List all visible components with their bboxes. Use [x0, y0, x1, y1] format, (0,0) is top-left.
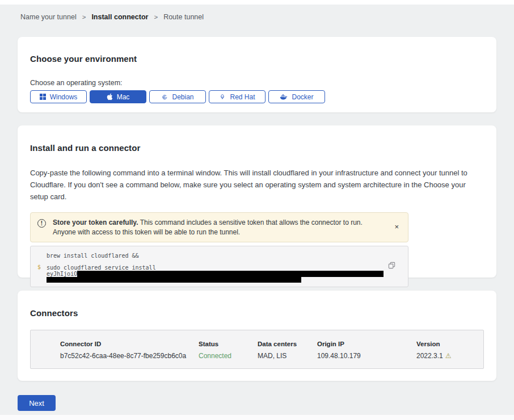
os-button-label: Debian: [172, 93, 193, 101]
install-connector-card: Install and run a connector Copy-paste t…: [18, 125, 496, 278]
docker-icon: [280, 94, 288, 100]
connectors-title: Connectors: [30, 308, 484, 318]
header-status: Status: [199, 341, 258, 347]
os-button-group: Windows Mac Debian: [30, 90, 484, 103]
connectors-card: Connectors Connector ID Status Data cent…: [18, 291, 496, 381]
next-button[interactable]: Next: [18, 395, 56, 411]
os-button-label: Mac: [117, 93, 130, 101]
version-value: 2022.3.1⚠: [416, 352, 478, 360]
token-prefix: eyJhIjoiO: [47, 271, 77, 277]
top-whitespace-strip: [0, 0, 514, 5]
terminal-line-2: sudo cloudflared service install: [47, 264, 385, 271]
os-button-label: Red Hat: [230, 93, 255, 101]
alert-circle-icon: !: [37, 219, 46, 228]
origin-ip-value: 109.48.10.179: [317, 352, 416, 360]
os-select-label: Choose an operating system:: [30, 79, 484, 87]
breadcrumb-separator-icon: >: [82, 14, 86, 20]
windows-icon: [40, 94, 46, 100]
connector-id-value: b7c52c42-6caa-48ee-8c77-fbe259cb6c0a: [60, 352, 199, 360]
redhat-icon: [219, 94, 226, 100]
copy-icon[interactable]: [387, 262, 396, 271]
data-centers-value: MAD, LIS: [258, 352, 317, 360]
token-warning-bold: Store your token carefully.: [53, 219, 138, 226]
header-origin-ip: Origin IP: [317, 341, 416, 347]
header-data-centers: Data centers: [258, 341, 317, 347]
bottom-whitespace-strip: [0, 415, 514, 420]
connectors-table: Connector ID Status Data centers Origin …: [30, 330, 484, 369]
token-warning-text: Store your token carefully. This command…: [53, 218, 392, 237]
terminal-prompt: $: [37, 264, 41, 270]
header-version: Version: [416, 341, 478, 347]
token-redaction-bar: [77, 271, 384, 277]
os-button-docker[interactable]: Docker: [268, 90, 325, 103]
breadcrumb-name-your-tunnel[interactable]: Name your tunnel: [20, 13, 77, 21]
header-connector-id: Connector ID: [60, 341, 199, 347]
table-row: b7c52c42-6caa-48ee-8c77-fbe259cb6c0a Con…: [60, 352, 478, 360]
token-redaction-bar: [47, 277, 301, 283]
apple-icon: [107, 93, 113, 100]
os-button-windows[interactable]: Windows: [30, 90, 87, 103]
os-button-redhat[interactable]: Red Hat: [209, 90, 266, 103]
os-button-mac[interactable]: Mac: [90, 90, 146, 103]
version-number: 2022.3.1: [416, 352, 443, 360]
breadcrumb-install-connector[interactable]: Install connector: [91, 13, 148, 21]
page-container: Name your tunnel > Install connector > R…: [0, 5, 514, 411]
banner-close-icon[interactable]: ×: [392, 222, 401, 232]
terminal-command-block: $ brew install cloudflared && sudo cloud…: [30, 246, 408, 287]
breadcrumb: Name your tunnel > Install connector > R…: [20, 13, 496, 21]
os-button-label: Windows: [50, 93, 78, 101]
choose-environment-card: Choose your environment Choose an operat…: [18, 37, 496, 112]
breadcrumb-route-tunnel[interactable]: Route tunnel: [163, 13, 204, 21]
token-warning-banner: ! Store your token carefully. This comma…: [30, 212, 408, 242]
breadcrumb-separator-icon: >: [154, 14, 158, 20]
terminal-line-1: brew install cloudflared &&: [47, 253, 385, 259]
os-button-label: Docker: [292, 93, 313, 101]
version-warning-icon: ⚠: [445, 352, 452, 360]
install-connector-description: Copy-paste the following command into a …: [30, 167, 484, 203]
choose-environment-title: Choose your environment: [30, 54, 484, 64]
terminal-token-line: eyJhIjoiO: [47, 271, 385, 277]
debian-icon: [161, 94, 168, 100]
os-button-debian[interactable]: Debian: [149, 90, 206, 103]
status-badge: Connected: [199, 352, 258, 360]
install-connector-title: Install and run a connector: [30, 143, 484, 153]
connectors-table-header: Connector ID Status Data centers Origin …: [60, 341, 478, 347]
